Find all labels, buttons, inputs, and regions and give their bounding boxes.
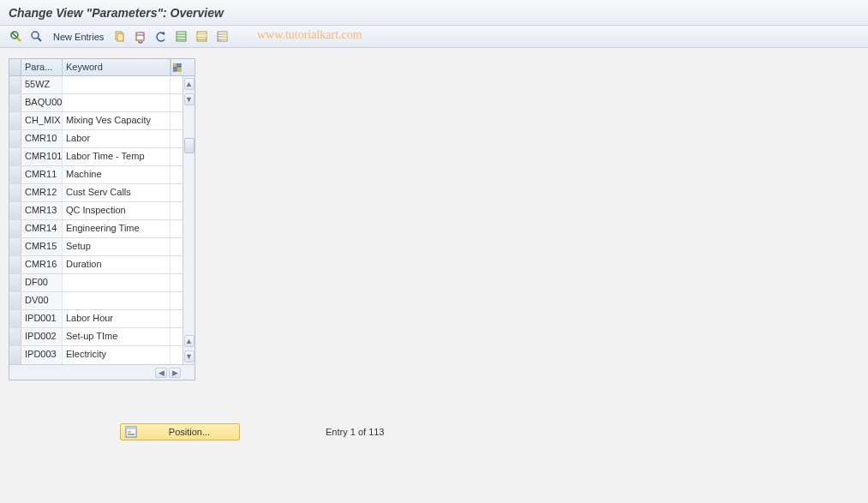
cell-keyword[interactable]: Set-up TIme — [63, 328, 171, 345]
entry-status-text: Entry 1 of 113 — [326, 427, 385, 437]
toggle-view-icon[interactable] — [9, 29, 24, 45]
cell-param[interactable]: CMR101 — [21, 148, 63, 165]
cell-keyword[interactable]: Setup — [63, 238, 171, 255]
position-button-label: Position... — [143, 427, 236, 437]
table-row[interactable]: BAQU00 — [9, 94, 195, 112]
row-selector[interactable] — [9, 148, 21, 165]
table-row[interactable]: 55WZ — [9, 76, 195, 94]
table-settings-icon[interactable] — [171, 59, 183, 75]
select-block-icon[interactable] — [195, 29, 210, 45]
svg-rect-3 — [117, 33, 123, 41]
table-row[interactable]: CMR101 Labor Time - Temp — [9, 148, 195, 166]
cell-param[interactable]: 55WZ — [21, 76, 63, 93]
table-row[interactable]: IPD003 Electricity — [9, 346, 195, 364]
cell-param[interactable]: DV00 — [21, 292, 63, 309]
cell-param[interactable]: DF00 — [21, 274, 63, 291]
cell-param[interactable]: CMR14 — [21, 220, 63, 237]
position-icon — [124, 426, 138, 438]
cell-keyword[interactable]: Labor Time - Temp — [63, 148, 171, 165]
cell-param[interactable]: CMR11 — [21, 166, 63, 183]
table-row[interactable]: CMR16 Duration — [9, 256, 195, 274]
content-area: Para... Keyword 55WZ BAQU00 CH_MIX Mixin… — [0, 48, 868, 503]
table-row[interactable]: CMR15 Setup — [9, 238, 195, 256]
row-selector[interactable] — [9, 328, 21, 345]
horizontal-scrollbar[interactable]: ◀ ▶ — [9, 364, 195, 380]
row-selector[interactable] — [9, 112, 21, 129]
table-row[interactable]: CMR11 Machine — [9, 166, 195, 184]
cell-keyword[interactable]: Labor — [63, 130, 171, 147]
position-button[interactable]: Position... — [120, 423, 240, 440]
cell-keyword[interactable]: Mixing Ves Capacity — [63, 112, 171, 129]
row-selector[interactable] — [9, 130, 21, 147]
table-row[interactable]: CMR14 Engineering Time — [9, 220, 195, 238]
copy-as-icon[interactable] — [112, 29, 128, 45]
table-row[interactable]: CMR13 QC Inspection — [9, 202, 195, 220]
cell-keyword[interactable] — [63, 94, 171, 111]
scroll-up-arrow-icon[interactable]: ▲ — [184, 78, 195, 90]
row-selector[interactable] — [9, 292, 21, 309]
row-selector[interactable] — [9, 202, 21, 219]
cell-keyword[interactable] — [63, 76, 171, 93]
svg-rect-11 — [177, 63, 181, 67]
row-selector[interactable] — [9, 184, 21, 201]
row-selector[interactable] — [9, 94, 21, 111]
cell-param[interactable]: IPD002 — [21, 328, 63, 345]
find-icon[interactable] — [29, 29, 45, 45]
column-header-keyword[interactable]: Keyword — [63, 59, 171, 75]
svg-rect-7 — [197, 34, 207, 37]
cell-param[interactable]: CMR12 — [21, 184, 63, 201]
row-selector[interactable] — [9, 274, 21, 291]
vertical-scrollbar[interactable]: ▲ ▼ ▲ ▼ — [183, 76, 195, 364]
row-selector[interactable] — [9, 76, 21, 93]
cell-keyword[interactable]: Cust Serv Calls — [63, 184, 171, 201]
cell-keyword[interactable]: Machine — [63, 166, 171, 183]
cell-keyword[interactable] — [63, 274, 171, 291]
scrollbar-thumb[interactable] — [184, 138, 195, 153]
row-selector[interactable] — [9, 238, 21, 255]
column-header-param[interactable]: Para... — [21, 59, 63, 75]
scroll-up-step-arrow-icon[interactable]: ▼ — [184, 93, 195, 105]
cell-keyword[interactable]: Engineering Time — [63, 220, 171, 237]
delete-icon[interactable] — [133, 29, 148, 45]
cell-keyword[interactable]: Labor Hour — [63, 310, 171, 327]
cell-param[interactable]: CMR10 — [21, 130, 63, 147]
table-row[interactable]: CMR10 Labor — [9, 130, 195, 148]
cell-param[interactable]: CMR16 — [21, 256, 63, 273]
scroll-right-arrow-icon[interactable]: ▶ — [169, 368, 181, 378]
undo-icon[interactable] — [153, 29, 169, 45]
table-row[interactable]: CH_MIX Mixing Ves Capacity — [9, 112, 195, 130]
scroll-left-arrow-icon[interactable]: ◀ — [155, 368, 167, 378]
row-selector[interactable] — [9, 256, 21, 273]
scroll-down-arrow-icon[interactable]: ▼ — [184, 350, 195, 362]
scroll-down-step-arrow-icon[interactable]: ▲ — [184, 335, 195, 347]
table-row[interactable]: IPD001 Labor Hour — [9, 310, 195, 328]
parameters-table: Para... Keyword 55WZ BAQU00 CH_MIX Mixin… — [9, 58, 195, 380]
cell-keyword[interactable]: QC Inspection — [63, 202, 171, 219]
cell-keyword[interactable] — [63, 292, 171, 309]
cell-param[interactable]: BAQU00 — [21, 94, 63, 111]
deselect-all-icon[interactable] — [215, 29, 230, 45]
table-row[interactable]: DF00 — [9, 274, 195, 292]
cell-param[interactable]: IPD003 — [21, 346, 63, 364]
cell-keyword[interactable]: Electricity — [63, 346, 171, 364]
watermark-text: www.tutorialkart.com — [257, 28, 362, 42]
table-header-row: Para... Keyword — [9, 59, 195, 76]
cell-keyword[interactable]: Duration — [63, 256, 171, 273]
new-entries-button[interactable]: New Entries — [50, 32, 107, 42]
svg-point-1 — [32, 32, 39, 39]
cell-param[interactable]: CMR13 — [21, 202, 63, 219]
row-selector[interactable] — [9, 220, 21, 237]
row-selector[interactable] — [9, 310, 21, 327]
table-row[interactable]: IPD002 Set-up TIme — [9, 328, 195, 346]
cell-param[interactable]: IPD001 — [21, 310, 63, 327]
row-selector[interactable] — [9, 346, 21, 364]
cell-param[interactable]: CMR15 — [21, 238, 63, 255]
select-all-icon[interactable] — [174, 29, 189, 45]
row-selector[interactable] — [9, 166, 21, 183]
cell-param[interactable]: CH_MIX — [21, 112, 63, 129]
svg-rect-9 — [222, 32, 227, 41]
table-row[interactable]: CMR12 Cust Serv Calls — [9, 184, 195, 202]
table-row[interactable]: DV00 — [9, 292, 195, 310]
row-selector-header[interactable] — [9, 59, 21, 75]
scrollbar-track[interactable] — [184, 105, 195, 332]
